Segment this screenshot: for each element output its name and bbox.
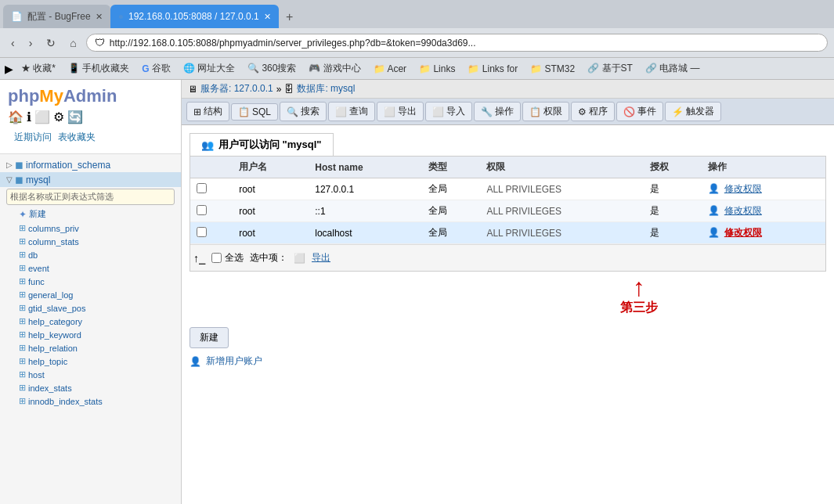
bookmark-acer[interactable]: 📁 Acer	[369, 62, 411, 76]
tab-favicon: 📄	[11, 11, 23, 22]
events-icon: 🚫	[623, 106, 635, 117]
tab-bugfree[interactable]: 📄 配置 - BugFree ✕	[3, 5, 110, 28]
refresh-small-icon[interactable]: 🔄	[67, 110, 83, 124]
toolbar-events[interactable]: 🚫 事件	[616, 102, 663, 121]
row2-checkbox[interactable]	[197, 205, 207, 215]
home-button[interactable]: ⌂	[65, 35, 81, 51]
address-bar[interactable]: 🛡 http://192.168.0.105:8088/phpmyadmin/s…	[86, 34, 828, 52]
table-icon: ⊞	[19, 329, 26, 340]
toolbar-export[interactable]: ⬜ 导出	[377, 102, 424, 121]
toolbar-privileges[interactable]: 📋 权限	[522, 102, 569, 121]
info-icon[interactable]: ℹ	[27, 110, 31, 124]
bookmark-circuit[interactable]: 🔗 电路城 —	[641, 60, 705, 77]
recent-link[interactable]: 近期访问	[14, 131, 52, 144]
table-item-gtid-slave-pos[interactable]: ⊞ gtid_slave_pos	[0, 301, 181, 315]
privileges-table: 用户名 Host name 类型 权限 授权 操作 root	[190, 157, 825, 244]
bookmark-mobile[interactable]: 📱 手机收藏夹	[63, 60, 134, 77]
tab-phpmyadmin[interactable]: ● 192.168.0.105:8088 / 127.0.0.1 ✕	[110, 5, 279, 28]
toolbar-routines[interactable]: ⚙ 程序	[571, 102, 615, 121]
bookmark-google[interactable]: G 谷歌	[137, 60, 175, 77]
toolbar-sql[interactable]: 📋 SQL	[231, 103, 278, 121]
table-item-general-log[interactable]: ⊞ general_log	[0, 288, 181, 301]
export-selected-link[interactable]: 导出	[312, 251, 330, 265]
table-item-event[interactable]: ⊞ event	[0, 261, 181, 275]
toolbar-operate[interactable]: 🔧 操作	[474, 102, 521, 121]
toolbar-structure[interactable]: ⊞ 结构	[186, 102, 229, 121]
table-item-help-keyword[interactable]: ⊞ help_keyword	[0, 328, 181, 341]
row3-type: 全局	[422, 222, 481, 244]
add-user-icon: 👤	[190, 356, 201, 367]
forward-button[interactable]: ›	[24, 35, 38, 51]
browser-window: 📄 配置 - BugFree ✕ ● 192.168.0.105:8088 / …	[0, 0, 834, 504]
row1-action[interactable]: 👤 修改权限	[702, 178, 825, 200]
table-item-columns-priv[interactable]: ⊞ columns_priv	[0, 221, 181, 235]
breadcrumb-db-icon: 🗄	[284, 84, 294, 95]
table-item-index-stats[interactable]: ⊞ index_stats	[0, 381, 181, 394]
col-grant: 授权	[644, 157, 702, 178]
db-tree: ▷ ◼ information_schema ▽ ◼ mysql 根据名称或正则…	[0, 154, 181, 504]
operate-label: 操作	[495, 105, 514, 118]
row3-checkbox[interactable]	[197, 227, 207, 237]
row1-checkbox[interactable]	[197, 183, 207, 193]
row1-user: root	[233, 178, 309, 200]
db-item-information-schema[interactable]: ▷ ◼ information_schema	[0, 157, 181, 172]
shield-icon: 🛡	[95, 37, 105, 49]
export-icon: ⬜	[384, 106, 395, 117]
tab-phpmyadmin-close[interactable]: ✕	[264, 12, 271, 22]
col-action: 操作	[702, 157, 825, 178]
bookmark-games[interactable]: 🎮 游戏中心	[304, 60, 365, 77]
bookmark-360[interactable]: 🔍 360搜索	[243, 60, 301, 77]
table-name: func	[28, 277, 45, 286]
toolbar-search[interactable]: 🔍 搜索	[280, 102, 327, 121]
tab-bugfree-label: 配置 - BugFree	[27, 10, 91, 23]
export-selected-icon: ⬜	[294, 253, 305, 264]
toolbar-query[interactable]: ⬜ 查询	[328, 102, 375, 121]
bookmark-urls[interactable]: 🌐 网址大全	[179, 60, 240, 77]
db-item-mysql[interactable]: ▽ ◼ mysql	[0, 172, 181, 187]
favorites-link[interactable]: 表收藏夹	[58, 131, 96, 144]
settings-icon[interactable]: ⬜	[34, 110, 50, 124]
table-item-help-relation[interactable]: ⊞ help_relation	[0, 341, 181, 355]
edit-privileges-link[interactable]: 修改权限	[724, 183, 762, 194]
row1-grant: 是	[644, 178, 702, 200]
edit-privileges-link-highlighted[interactable]: 修改权限	[724, 227, 762, 238]
table-item-column-stats[interactable]: ⊞ column_stats	[0, 235, 181, 248]
table-filter[interactable]: 根据名称或正则表达式筛选	[6, 189, 175, 205]
table-item-host[interactable]: ⊞ host	[0, 368, 181, 381]
gear-icon[interactable]: ⚙	[53, 110, 64, 124]
row2-action[interactable]: 👤 修改权限	[702, 200, 825, 222]
bookmark-favorites[interactable]: ★ 收藏*	[16, 60, 60, 77]
new-tab-button[interactable]: +	[279, 6, 301, 28]
table-icon: ⊞	[19, 276, 26, 286]
add-user-link[interactable]: 👤 新增用户账户	[190, 355, 826, 368]
row3-action[interactable]: 👤 修改权限	[702, 222, 825, 244]
bookmark-based-st[interactable]: 🔗 基于ST	[583, 60, 637, 77]
back-button[interactable]: ‹	[6, 35, 20, 51]
bookmark-links[interactable]: 📁 Links	[414, 62, 460, 76]
table-row: root localhost 全局 ALL PRIVILEGES 是 👤 修改权…	[190, 222, 825, 244]
edit-privileges-link[interactable]: 修改权限	[724, 205, 762, 216]
table-item-help-category[interactable]: ⊞ help_category	[0, 315, 181, 328]
bookmark-stm32[interactable]: 📁 STM32	[525, 62, 579, 76]
home-icon[interactable]: 🏠	[8, 110, 23, 124]
table-item-db[interactable]: ⊞ db	[0, 248, 181, 261]
row2-user: root	[233, 200, 309, 222]
bookmark-links-for[interactable]: 📁 Links for	[463, 62, 522, 76]
db-icon: ◼	[15, 159, 23, 171]
table-item-new[interactable]: ✦ 新建	[0, 207, 181, 221]
table-item-func[interactable]: ⊞ func	[0, 275, 181, 288]
toolbar-import[interactable]: ⬜ 导入	[425, 102, 472, 121]
breadcrumb-database[interactable]: 数据库: mysql	[297, 82, 355, 95]
table-item-innodb-index-stats[interactable]: ⊞ innodb_index_stats	[0, 394, 181, 408]
select-all-label[interactable]: 全选	[211, 251, 244, 265]
col-username: 用户名	[233, 157, 309, 178]
refresh-button[interactable]: ↻	[42, 35, 60, 51]
table-item-help-topic[interactable]: ⊞ help_topic	[0, 355, 181, 368]
add-user-label[interactable]: 新增用户账户	[206, 355, 262, 368]
tab-bugfree-close[interactable]: ✕	[96, 12, 103, 22]
row2-grant: 是	[644, 200, 702, 222]
select-all-checkbox[interactable]	[211, 253, 222, 263]
toolbar-triggers[interactable]: ⚡ 触发器	[665, 102, 721, 121]
new-button[interactable]: 新建	[190, 327, 229, 348]
breadcrumb-server[interactable]: 服务器: 127.0.0.1	[200, 82, 273, 95]
